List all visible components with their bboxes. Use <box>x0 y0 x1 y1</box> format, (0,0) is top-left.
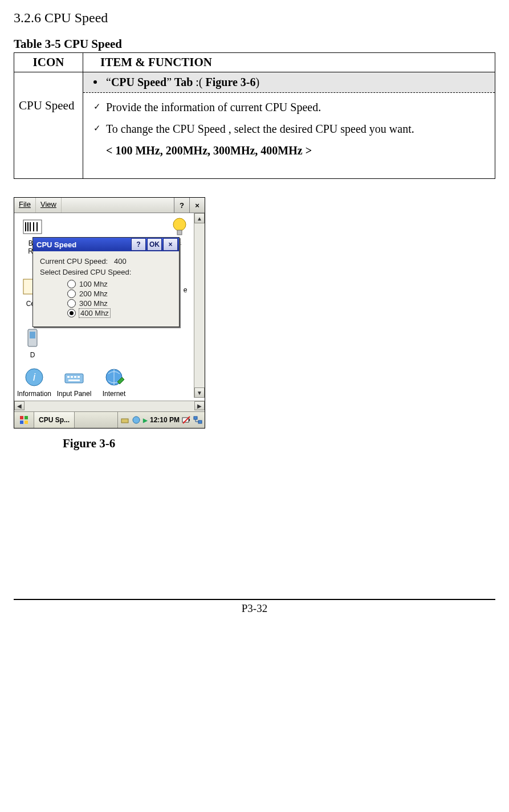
taskbar: CPU Sp... ▶ 12:10 PM <box>14 411 205 428</box>
info-icon: i <box>22 366 47 389</box>
desktop-icon[interactable]: Internet <box>94 366 134 398</box>
taskbar-task[interactable]: CPU Sp... <box>34 412 75 428</box>
section-heading: 3.2.6 CPU Speed <box>14 10 495 26</box>
figure-wrap: File View ? × Ba Re s <box>14 197 495 451</box>
menu-file[interactable]: File <box>14 198 36 213</box>
option-label: 400 Mhz <box>79 309 110 317</box>
table-header-icon: ICON <box>14 53 83 72</box>
system-tray: ▶ 12:10 PM <box>117 412 205 428</box>
desktop-icon[interactable]: D <box>15 327 50 359</box>
cpu-speed-table: ICON ITEM & FUNCTION CPU Speed “CPU Spee… <box>14 52 495 179</box>
row-text: Provide the information of current CPU S… <box>106 101 321 113</box>
start-icon <box>19 415 28 425</box>
desktop-icon-label: e <box>180 286 191 294</box>
device-frame: File View ? × Ba Re s <box>14 197 205 429</box>
table-caption: Table 3-5 CPU Speed <box>14 37 495 51</box>
menubar: File View ? × <box>14 198 205 213</box>
dialog-title-text: CPU Speed <box>36 240 76 249</box>
tab-row: “CPU Speed” Tab :( Figure 3-6) <box>83 72 495 93</box>
tab-colon: :( <box>193 76 205 88</box>
row-text-bold: < 100 MHz, 200MHz, 300MHz, 400MHz > <box>106 140 489 161</box>
menu-view[interactable]: View <box>36 198 62 213</box>
globe-icon <box>101 366 127 389</box>
tab-figure-ref: Figure 3-6 <box>206 76 256 88</box>
svg-rect-23 <box>20 421 23 424</box>
svg-point-6 <box>173 218 186 231</box>
current-speed-label: Current CPU Speed: <box>40 257 108 266</box>
tray-icon[interactable] <box>132 415 141 425</box>
speed-option-300[interactable]: 300 Mhz <box>67 299 173 308</box>
svg-rect-22 <box>25 416 28 419</box>
desktop-area: Ba Re s Cert e <box>14 213 205 411</box>
dialog-ok-button[interactable]: OK <box>147 238 162 251</box>
vertical-scrollbar[interactable]: ▲ ▼ <box>194 213 205 398</box>
scroll-down-icon[interactable]: ▼ <box>194 387 205 398</box>
dialog-body: Current CPU Speed: 400 Select Desired CP… <box>33 251 179 327</box>
svg-rect-7 <box>177 230 182 235</box>
dialog-help-button[interactable]: ? <box>131 238 146 251</box>
svg-rect-24 <box>25 421 28 424</box>
check-icon: ✓ <box>93 120 101 137</box>
bullet-icon <box>93 80 97 84</box>
svg-point-26 <box>133 417 140 423</box>
speed-option-200[interactable]: 200 Mhz <box>67 289 173 298</box>
clock: 12:10 PM <box>150 416 180 424</box>
menu-help-button[interactable]: ? <box>174 198 189 213</box>
radio-icon <box>67 309 76 317</box>
menubar-spacer <box>62 198 174 213</box>
table-row: ✓ Provide the information of current CPU… <box>106 96 489 118</box>
scroll-left-icon[interactable]: ◀ <box>14 401 25 410</box>
svg-rect-18 <box>78 376 80 378</box>
figure-caption: Figure 3-6 <box>63 436 495 451</box>
cpu-speed-dialog: CPU Speed ? OK × Current CPU Speed: 400 … <box>32 237 180 327</box>
select-speed-label: Select Desired CPU Speed: <box>40 268 173 276</box>
desktop-icon-label: Information <box>14 390 54 398</box>
tray-icon[interactable] <box>120 415 129 425</box>
desktop-icon-label: D <box>15 351 50 359</box>
desktop-icon[interactable]: Input Panel <box>54 366 94 398</box>
speed-option-100[interactable]: 100 Mhz <box>67 280 173 288</box>
keyboard-icon <box>62 366 87 389</box>
desktop-icon-label: Internet <box>94 390 134 398</box>
battery-warning-icon[interactable] <box>182 415 191 425</box>
page-number: P3-32 <box>14 599 495 615</box>
radio-icon <box>67 280 76 288</box>
svg-rect-25 <box>121 419 128 423</box>
quote-open: “ <box>106 76 111 88</box>
speed-option-400[interactable]: 400 Mhz <box>67 309 173 317</box>
table-item-cell: “CPU Speed” Tab :( Figure 3-6) ✓ Provide… <box>83 72 495 179</box>
table-icon-cell: CPU Speed <box>14 72 83 179</box>
network-icon[interactable] <box>193 415 202 425</box>
svg-rect-30 <box>194 417 197 419</box>
menu-close-button[interactable]: × <box>189 198 205 213</box>
tray-arrow-icon[interactable]: ▶ <box>143 417 148 423</box>
table-row: ✓ To change the CPU Speed , select the d… <box>106 118 489 140</box>
radio-icon <box>67 289 76 298</box>
option-label: 200 Mhz <box>79 289 108 298</box>
dialog-close-button[interactable]: × <box>163 238 178 251</box>
horizontal-scrollbar[interactable]: ◀ ▶ <box>14 401 205 411</box>
check-icon: ✓ <box>93 99 101 115</box>
svg-rect-14 <box>65 374 83 383</box>
svg-rect-17 <box>74 376 76 378</box>
option-label: 300 Mhz <box>79 299 108 308</box>
tab-name: CPU Speed <box>111 76 166 88</box>
start-button[interactable] <box>14 412 34 428</box>
svg-rect-31 <box>198 421 202 423</box>
scroll-right-icon[interactable]: ▶ <box>194 401 205 410</box>
desktop-icon[interactable]: i Information <box>14 366 54 398</box>
option-label: 100 Mhz <box>79 280 108 288</box>
table-header-item: ITEM & FUNCTION <box>83 53 495 72</box>
current-speed-value: 400 <box>114 257 127 266</box>
quote-close: ” <box>166 76 172 88</box>
scroll-up-icon[interactable]: ▲ <box>194 213 205 223</box>
barcode-icon <box>20 215 45 238</box>
scroll-track[interactable] <box>25 401 194 411</box>
svg-rect-16 <box>71 376 73 378</box>
tab-word: Tab <box>172 76 193 88</box>
svg-rect-19 <box>68 380 80 381</box>
svg-rect-28 <box>189 419 190 421</box>
bulb-icon <box>167 215 192 238</box>
svg-rect-21 <box>20 416 23 419</box>
device-icon <box>20 327 45 350</box>
